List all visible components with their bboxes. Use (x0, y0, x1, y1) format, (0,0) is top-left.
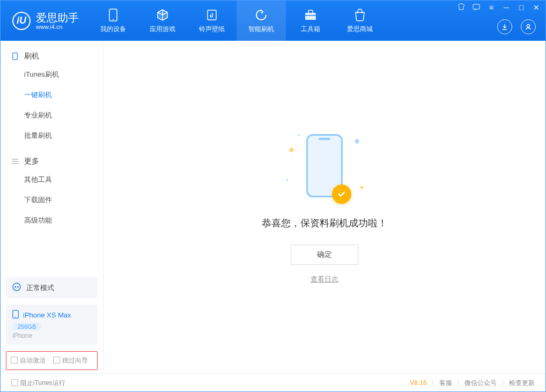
maximize-button[interactable]: □ (517, 3, 526, 12)
nav-tab-flash[interactable]: 智能刷机 (237, 1, 286, 41)
device-phone-icon (12, 310, 19, 320)
svg-point-10 (17, 286, 19, 288)
toolbox-icon (304, 8, 318, 22)
logo-icon: iU (12, 12, 31, 30)
nav-tab-store[interactable]: 爱思商城 (335, 1, 385, 41)
device-box[interactable]: iPhone XS Max 256GB iPhone (6, 305, 98, 345)
sidebar-item-batch-flash[interactable]: 批量刷机 (24, 125, 103, 146)
nav-tab-device[interactable]: 我的设备 (88, 1, 138, 41)
sidebar-item-download-firmware[interactable]: 下载固件 (24, 190, 103, 210)
svg-point-6 (527, 25, 530, 27)
svg-point-12 (15, 316, 16, 317)
menu-icon[interactable]: ≡ (486, 3, 496, 12)
footer-link-support[interactable]: 客服 (439, 379, 452, 388)
device-name: iPhone XS Max (23, 311, 71, 319)
app-header: iU 爱思助手 www.i4.cn 我的设备 应用游戏 铃声壁纸 智能刷机 工具… (1, 1, 545, 41)
mode-label: 正常模式 (26, 283, 54, 293)
music-icon (205, 8, 219, 22)
svg-rect-7 (13, 53, 18, 60)
brand-url: www.i4.cn (36, 24, 79, 30)
view-log-link[interactable]: 查看日志 (311, 275, 338, 284)
sidebar-item-other-tools[interactable]: 其他工具 (24, 169, 103, 190)
ok-button[interactable]: 确定 (291, 245, 358, 265)
mode-box[interactable]: 正常模式 (6, 277, 98, 298)
sidebar-item-advanced[interactable]: 高级功能 (24, 210, 103, 231)
checkbox-block-itunes[interactable]: 阻止iTunes运行 (11, 379, 65, 388)
success-illustration (276, 130, 373, 205)
nav-tab-apps[interactable]: 应用游戏 (138, 1, 187, 41)
sidebar-item-itunes-flash[interactable]: iTunes刷机 (24, 64, 103, 85)
nav-tab-tools[interactable]: 工具箱 (286, 1, 335, 41)
footer: 阻止iTunes运行 V8.16 | 客服 | 微信公众号 | 检查更新 (1, 373, 545, 392)
checkbox-skip-guide[interactable]: 跳过向导 (53, 356, 88, 365)
svg-rect-5 (473, 4, 479, 9)
feedback-icon[interactable] (471, 3, 481, 12)
minimize-button[interactable]: ─ (501, 3, 511, 12)
download-icon[interactable] (497, 19, 512, 34)
close-button[interactable]: ✕ (532, 3, 541, 12)
phone-small-icon (11, 53, 19, 60)
sidebar-head-flash[interactable]: 刷机 (1, 48, 103, 64)
svg-point-8 (13, 283, 20, 291)
footer-link-wechat[interactable]: 微信公众号 (464, 379, 497, 388)
logo-area: iU 爱思助手 www.i4.cn (1, 1, 88, 41)
version-label: V8.16 (410, 379, 426, 387)
checkbox-auto-activate[interactable]: 自动激活 (11, 356, 46, 365)
nav-tab-ringtones[interactable]: 铃声壁纸 (187, 1, 237, 41)
nav-tabs: 我的设备 应用游戏 铃声壁纸 智能刷机 工具箱 爱思商城 (88, 1, 385, 41)
success-message: 恭喜您，保资料刷机成功啦！ (262, 217, 387, 230)
footer-link-update[interactable]: 检查更新 (509, 379, 535, 388)
bag-icon (353, 8, 367, 22)
svg-rect-2 (208, 10, 216, 20)
sidebar-section-more: 更多 其他工具 下载固件 高级功能 (1, 146, 103, 231)
activation-options: 自动激活 跳过向导 (6, 351, 98, 370)
device-capacity: 256GB (12, 323, 41, 330)
svg-rect-3 (305, 13, 316, 20)
sidebar-item-oneclick-flash[interactable]: 一键刷机 (24, 85, 103, 105)
main-content: 恭喜您，保资料刷机成功啦！ 确定 查看日志 (104, 41, 545, 373)
header-right-icons (497, 19, 536, 34)
cube-icon (156, 8, 169, 22)
sidebar: 刷机 iTunes刷机 一键刷机 专业刷机 批量刷机 更多 其他工具 下载固件 … (1, 41, 104, 373)
device-type: iPhone (12, 332, 91, 339)
phone-icon (106, 8, 120, 22)
sidebar-head-more[interactable]: 更多 (1, 153, 103, 169)
window-controls: ≡ ─ □ ✕ (456, 3, 541, 12)
mode-icon (12, 283, 21, 293)
body-area: 刷机 iTunes刷机 一键刷机 专业刷机 批量刷机 更多 其他工具 下载固件 … (1, 41, 545, 373)
sidebar-item-pro-flash[interactable]: 专业刷机 (24, 105, 103, 125)
svg-point-1 (113, 19, 114, 20)
sidebar-section-flash: 刷机 iTunes刷机 一键刷机 专业刷机 批量刷机 (1, 41, 103, 146)
check-badge-icon (332, 184, 351, 204)
svg-point-9 (14, 286, 16, 288)
list-icon (11, 158, 19, 165)
brand-name: 爱思助手 (36, 12, 79, 24)
tshirt-icon[interactable] (456, 3, 466, 12)
refresh-icon (254, 8, 268, 22)
user-icon[interactable] (521, 19, 536, 34)
svg-rect-4 (305, 15, 316, 16)
